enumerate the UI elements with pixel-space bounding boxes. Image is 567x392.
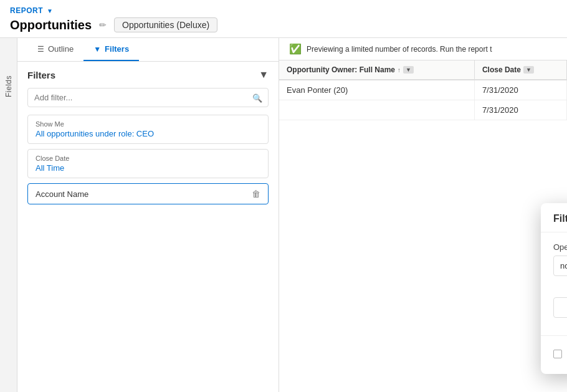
tab-filters-label: Filters xyxy=(105,44,129,54)
report-dropdown-icon[interactable]: ▼ xyxy=(47,7,53,14)
main-layout: Fields ☰ Outline ▼ Filters Filters ▼ xyxy=(0,38,567,392)
modal-body: Operator equals not equal to less than g… xyxy=(541,232,567,328)
col-owner: Opportunity Owner: Full Name ↑ ▼ xyxy=(279,60,474,80)
owner-cell xyxy=(279,100,474,120)
modal-title: Filter by Account Name xyxy=(553,213,567,224)
table-row: 7/31/2020 xyxy=(279,100,567,120)
data-table: Opportunity Owner: Full Name ↑ ▼ Close D… xyxy=(279,60,567,120)
filters-title: Filters xyxy=(27,70,55,80)
page-title: Opportunities xyxy=(10,18,92,32)
table-area: Opportunity Owner: Full Name ↑ ▼ Close D… xyxy=(279,60,567,120)
locked-section: Locked i xyxy=(553,349,567,359)
operator-select-wrapper: equals not equal to less than greater th… xyxy=(553,256,567,276)
relative-value-link[interactable]: Use relative value xyxy=(553,284,567,292)
col-close-date-dropdown-icon[interactable]: ▼ xyxy=(523,66,534,74)
table-header-row: Opportunity Owner: Full Name ↑ ▼ Close D… xyxy=(279,60,567,80)
close-date-cell: 7/31/2020 xyxy=(474,80,566,100)
delete-filter-icon[interactable]: 🗑 xyxy=(252,189,260,199)
table-row: Evan Ponter (20) 7/31/2020 xyxy=(279,80,567,100)
owner-cell: Evan Ponter (20) xyxy=(279,80,474,100)
close-date-filter-card[interactable]: Close Date All Time xyxy=(27,149,269,178)
report-text: REPORT xyxy=(10,6,43,15)
panel-tabs: ☰ Outline ▼ Filters xyxy=(17,38,279,62)
tab-outline[interactable]: ☰ Outline xyxy=(27,38,83,61)
col-owner-label: Opportunity Owner: Full Name xyxy=(287,65,395,74)
fields-sidebar-tab[interactable]: Fields xyxy=(0,38,17,392)
left-panel: ☰ Outline ▼ Filters Filters ▼ 🔍 xyxy=(17,38,279,392)
preview-banner: ✅ Previewing a limited number of records… xyxy=(279,38,567,60)
locked-checkbox[interactable] xyxy=(553,350,562,358)
account-name-label: Account Name xyxy=(36,189,88,199)
outline-icon: ☰ xyxy=(37,45,44,54)
edit-icon[interactable]: ✏ xyxy=(99,20,107,30)
tab-outline-label: Outline xyxy=(48,44,74,54)
add-filter-input[interactable] xyxy=(27,88,269,107)
operator-label: Operator xyxy=(553,242,567,252)
sort-up-icon[interactable]: ↑ xyxy=(398,67,401,74)
tab-badge[interactable]: Opportunities (Deluxe) xyxy=(114,17,217,32)
modal-header: Filter by Account Name ✕ xyxy=(541,203,567,232)
close-date-label: Close Date xyxy=(36,155,260,162)
account-name-filter-card[interactable]: Account Name 🗑 xyxy=(27,183,269,204)
col-owner-dropdown-icon[interactable]: ▼ xyxy=(403,66,414,74)
filters-dropdown-button[interactable]: ▼ xyxy=(259,69,269,80)
filter-icon: ▼ xyxy=(93,45,101,54)
fields-tab-label: Fields xyxy=(4,75,13,97)
operator-select[interactable]: equals not equal to less than greater th… xyxy=(553,256,567,276)
preview-check-icon: ✅ xyxy=(289,43,302,55)
col-close-date: Close Date ▼ xyxy=(474,60,566,80)
search-icon: 🔍 xyxy=(252,93,262,102)
show-me-filter-card[interactable]: Show Me All opportunities under role: CE… xyxy=(27,115,269,144)
filter-value-input[interactable] xyxy=(553,297,567,318)
close-date-value: All Time xyxy=(36,163,260,173)
preview-banner-text: Previewing a limited number of records. … xyxy=(307,45,492,54)
modal-footer: Locked i Cancel Apply xyxy=(541,335,567,374)
filters-header: Filters ▼ xyxy=(27,69,269,80)
col-close-date-label: Close Date xyxy=(482,65,521,74)
header: REPORT ▼ Opportunities ✏ Opportunities (… xyxy=(0,0,567,38)
report-label-row: REPORT ▼ xyxy=(10,6,557,15)
panel-content: Filters ▼ 🔍 Show Me All opportunities un… xyxy=(17,62,279,392)
right-panel: ✅ Previewing a limited number of records… xyxy=(279,38,567,392)
show-me-label: Show Me xyxy=(36,120,260,128)
tab-filters[interactable]: ▼ Filters xyxy=(83,38,139,61)
search-filter-container: 🔍 xyxy=(27,88,269,107)
title-row: Opportunities ✏ Opportunities (Deluxe) xyxy=(10,17,557,37)
filter-modal: Filter by Account Name ✕ Operator equals… xyxy=(541,203,567,374)
close-date-cell: 7/31/2020 xyxy=(474,100,566,120)
show-me-value: All opportunities under role: CEO xyxy=(36,129,260,138)
